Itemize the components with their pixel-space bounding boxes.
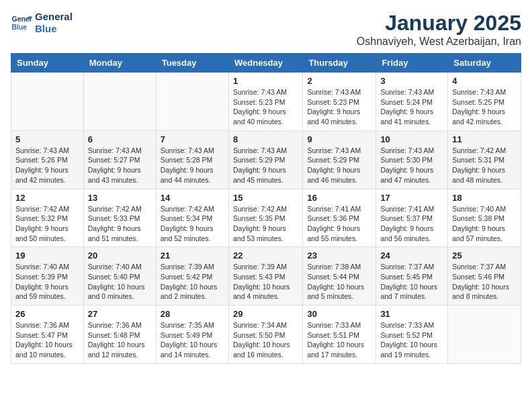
logo-icon: General Blue xyxy=(11,12,32,34)
day-number: 22 xyxy=(233,250,298,261)
day-info: Sunrise: 7:36 AMSunset: 5:47 PMDaylight:… xyxy=(15,320,79,360)
day-number: 8 xyxy=(233,134,298,144)
month-title: January 2025 xyxy=(357,11,521,36)
calendar-cell: 12Sunrise: 7:42 AMSunset: 5:32 PMDayligh… xyxy=(11,189,84,247)
calendar-cell: 8Sunrise: 7:43 AMSunset: 5:29 PMDaylight… xyxy=(228,130,302,189)
day-number: 29 xyxy=(233,309,298,319)
weekday-header-sunday: Sunday xyxy=(11,54,84,73)
weekday-header-saturday: Saturday xyxy=(448,54,521,73)
calendar-week-row: 26Sunrise: 7:36 AMSunset: 5:47 PMDayligh… xyxy=(11,306,521,364)
day-info: Sunrise: 7:37 AMSunset: 5:46 PMDaylight:… xyxy=(452,262,517,302)
calendar-cell: 15Sunrise: 7:42 AMSunset: 5:35 PMDayligh… xyxy=(228,189,302,247)
calendar-cell: 22Sunrise: 7:39 AMSunset: 5:43 PMDayligh… xyxy=(228,247,302,306)
day-info: Sunrise: 7:43 AMSunset: 5:23 PMDaylight:… xyxy=(307,87,371,127)
day-number: 23 xyxy=(307,250,371,261)
logo: General Blue General Blue xyxy=(11,11,73,35)
day-info: Sunrise: 7:43 AMSunset: 5:25 PMDaylight:… xyxy=(452,87,517,127)
day-number: 27 xyxy=(88,309,152,319)
day-number: 20 xyxy=(88,250,152,261)
calendar-cell xyxy=(156,73,228,131)
day-info: Sunrise: 7:34 AMSunset: 5:50 PMDaylight:… xyxy=(233,320,298,360)
day-number: 9 xyxy=(307,134,371,144)
day-number: 14 xyxy=(161,193,224,203)
day-number: 21 xyxy=(161,250,224,261)
calendar-cell: 17Sunrise: 7:41 AMSunset: 5:37 PMDayligh… xyxy=(376,189,448,247)
day-info: Sunrise: 7:37 AMSunset: 5:45 PMDaylight:… xyxy=(380,262,443,302)
calendar-cell: 28Sunrise: 7:35 AMSunset: 5:49 PMDayligh… xyxy=(156,306,228,364)
day-number: 30 xyxy=(307,309,371,319)
day-number: 12 xyxy=(15,193,79,203)
calendar-week-row: 1Sunrise: 7:43 AMSunset: 5:23 PMDaylight… xyxy=(11,73,521,131)
day-number: 28 xyxy=(161,309,224,319)
day-info: Sunrise: 7:38 AMSunset: 5:44 PMDaylight:… xyxy=(307,262,371,302)
calendar-week-row: 12Sunrise: 7:42 AMSunset: 5:32 PMDayligh… xyxy=(11,189,521,247)
weekday-header-row: SundayMondayTuesdayWednesdayThursdayFrid… xyxy=(11,54,521,73)
day-number: 5 xyxy=(15,134,79,144)
day-info: Sunrise: 7:42 AMSunset: 5:32 PMDaylight:… xyxy=(15,204,79,244)
calendar-cell xyxy=(83,73,156,131)
calendar-week-row: 5Sunrise: 7:43 AMSunset: 5:26 PMDaylight… xyxy=(11,130,521,189)
calendar-cell: 18Sunrise: 7:40 AMSunset: 5:38 PMDayligh… xyxy=(448,189,521,247)
day-info: Sunrise: 7:42 AMSunset: 5:34 PMDaylight:… xyxy=(161,204,224,244)
day-info: Sunrise: 7:40 AMSunset: 5:40 PMDaylight:… xyxy=(88,262,152,302)
day-number: 19 xyxy=(15,250,79,261)
day-info: Sunrise: 7:33 AMSunset: 5:52 PMDaylight:… xyxy=(380,320,443,360)
calendar-cell: 19Sunrise: 7:40 AMSunset: 5:39 PMDayligh… xyxy=(11,247,84,306)
day-number: 31 xyxy=(380,309,443,319)
location-title: Oshnaviyeh, West Azerbaijan, Iran xyxy=(357,36,521,48)
calendar-cell: 21Sunrise: 7:39 AMSunset: 5:42 PMDayligh… xyxy=(156,247,228,306)
day-info: Sunrise: 7:42 AMSunset: 5:33 PMDaylight:… xyxy=(88,204,152,244)
calendar-cell: 4Sunrise: 7:43 AMSunset: 5:25 PMDaylight… xyxy=(448,73,521,131)
logo-text-blue: Blue xyxy=(35,23,73,35)
day-number: 13 xyxy=(88,193,152,203)
calendar-cell: 30Sunrise: 7:33 AMSunset: 5:51 PMDayligh… xyxy=(303,306,376,364)
calendar-cell: 24Sunrise: 7:37 AMSunset: 5:45 PMDayligh… xyxy=(376,247,448,306)
calendar-cell: 25Sunrise: 7:37 AMSunset: 5:46 PMDayligh… xyxy=(448,247,521,306)
day-number: 26 xyxy=(15,309,79,319)
calendar-cell: 9Sunrise: 7:43 AMSunset: 5:29 PMDaylight… xyxy=(303,130,376,189)
day-info: Sunrise: 7:43 AMSunset: 5:29 PMDaylight:… xyxy=(233,146,298,185)
day-info: Sunrise: 7:40 AMSunset: 5:39 PMDaylight:… xyxy=(15,262,79,302)
day-number: 16 xyxy=(307,193,371,203)
calendar-table: SundayMondayTuesdayWednesdayThursdayFrid… xyxy=(11,53,521,364)
day-info: Sunrise: 7:42 AMSunset: 5:31 PMDaylight:… xyxy=(452,146,517,185)
calendar-cell: 20Sunrise: 7:40 AMSunset: 5:40 PMDayligh… xyxy=(83,247,156,306)
day-number: 6 xyxy=(88,134,152,144)
weekday-header-monday: Monday xyxy=(83,54,156,73)
calendar-cell: 1Sunrise: 7:43 AMSunset: 5:23 PMDaylight… xyxy=(228,73,302,131)
day-number: 15 xyxy=(233,193,298,203)
day-info: Sunrise: 7:43 AMSunset: 5:23 PMDaylight:… xyxy=(233,87,298,127)
svg-text:Blue: Blue xyxy=(12,24,28,31)
day-number: 25 xyxy=(452,250,517,261)
page-header: General Blue General Blue January 2025 O… xyxy=(11,11,521,48)
day-info: Sunrise: 7:39 AMSunset: 5:43 PMDaylight:… xyxy=(233,262,298,302)
calendar-cell: 14Sunrise: 7:42 AMSunset: 5:34 PMDayligh… xyxy=(156,189,228,247)
day-number: 1 xyxy=(233,76,298,86)
day-info: Sunrise: 7:33 AMSunset: 5:51 PMDaylight:… xyxy=(307,320,371,360)
day-number: 17 xyxy=(380,193,443,203)
calendar-cell: 3Sunrise: 7:43 AMSunset: 5:24 PMDaylight… xyxy=(376,73,448,131)
calendar-cell: 5Sunrise: 7:43 AMSunset: 5:26 PMDaylight… xyxy=(11,130,84,189)
calendar-week-row: 19Sunrise: 7:40 AMSunset: 5:39 PMDayligh… xyxy=(11,247,521,306)
calendar-cell: 26Sunrise: 7:36 AMSunset: 5:47 PMDayligh… xyxy=(11,306,84,364)
day-info: Sunrise: 7:43 AMSunset: 5:24 PMDaylight:… xyxy=(380,87,443,127)
day-info: Sunrise: 7:43 AMSunset: 5:28 PMDaylight:… xyxy=(161,146,224,185)
day-info: Sunrise: 7:43 AMSunset: 5:29 PMDaylight:… xyxy=(307,146,371,185)
calendar-cell: 6Sunrise: 7:43 AMSunset: 5:27 PMDaylight… xyxy=(83,130,156,189)
calendar-cell: 2Sunrise: 7:43 AMSunset: 5:23 PMDaylight… xyxy=(303,73,376,131)
weekday-header-wednesday: Wednesday xyxy=(228,54,302,73)
title-block: January 2025 Oshnaviyeh, West Azerbaijan… xyxy=(357,11,521,48)
calendar-cell xyxy=(11,73,84,131)
calendar-cell: 10Sunrise: 7:43 AMSunset: 5:30 PMDayligh… xyxy=(376,130,448,189)
day-info: Sunrise: 7:43 AMSunset: 5:27 PMDaylight:… xyxy=(88,146,152,185)
day-number: 4 xyxy=(452,76,517,86)
logo-text-general: General xyxy=(35,11,73,23)
calendar-cell xyxy=(448,306,521,364)
day-number: 2 xyxy=(307,76,371,86)
day-info: Sunrise: 7:35 AMSunset: 5:49 PMDaylight:… xyxy=(161,320,224,360)
day-number: 10 xyxy=(380,134,443,144)
day-number: 3 xyxy=(380,76,443,86)
day-number: 7 xyxy=(161,134,224,144)
calendar-cell: 16Sunrise: 7:41 AMSunset: 5:36 PMDayligh… xyxy=(303,189,376,247)
day-info: Sunrise: 7:41 AMSunset: 5:37 PMDaylight:… xyxy=(380,204,443,244)
